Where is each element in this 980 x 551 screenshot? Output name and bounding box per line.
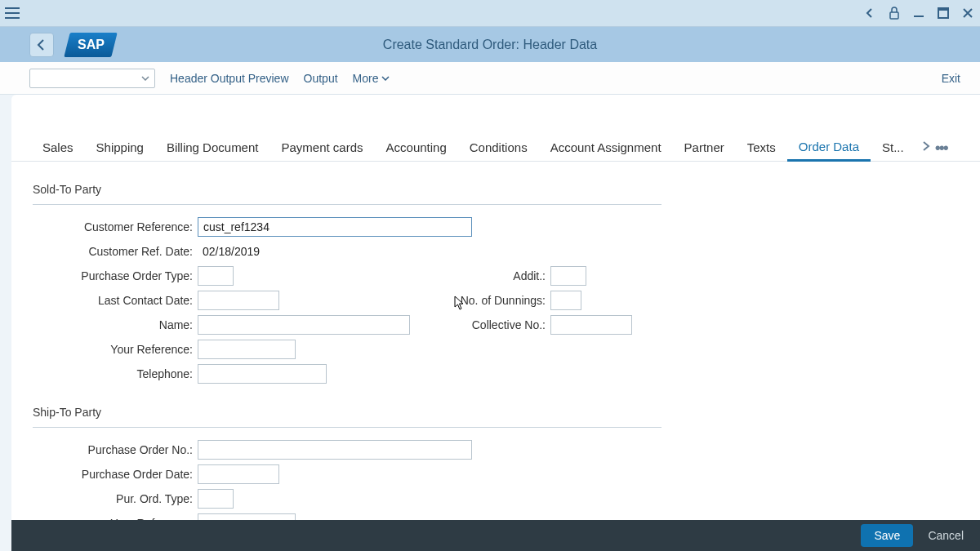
last-contact-date-input[interactable] — [198, 291, 279, 310]
telephone-input[interactable] — [198, 364, 327, 384]
output-link[interactable]: Output — [304, 72, 338, 85]
label-last-contact-date: Last Contact Date: — [11, 294, 198, 307]
divider — [33, 204, 662, 205]
svg-rect-2 — [5, 17, 20, 19]
pur-ord-type-input[interactable] — [198, 489, 234, 509]
svg-rect-1 — [5, 12, 20, 14]
tab-shipping[interactable]: Shipping — [85, 134, 155, 162]
maximize-icon[interactable] — [936, 6, 951, 20]
minimize-icon[interactable] — [911, 6, 926, 20]
purchase-order-date-input[interactable] — [198, 464, 279, 484]
more-menu[interactable]: More — [353, 72, 390, 85]
svg-rect-6 — [938, 8, 948, 11]
tab-overflow[interactable]: St... — [871, 134, 915, 162]
back-button[interactable] — [29, 33, 54, 57]
label-no-of-dunnings: No. of Dunnings: — [279, 294, 550, 307]
tab-conditions[interactable]: Conditions — [458, 134, 539, 162]
label-purchase-order-no: Purchase Order No.: — [11, 443, 198, 456]
document-dropdown[interactable] — [29, 69, 155, 88]
cancel-button[interactable]: Cancel — [918, 524, 973, 547]
chevron-down-icon — [381, 76, 390, 81]
collective-no-input[interactable] — [550, 315, 632, 335]
customer-ref-date-input[interactable] — [198, 242, 279, 261]
tab-account-assignment[interactable]: Account Assignment — [539, 134, 673, 162]
label-collective-no: Collective No.: — [410, 318, 550, 331]
svg-rect-3 — [890, 12, 898, 19]
label-telephone: Telephone: — [11, 367, 198, 380]
purchase-order-type-input[interactable] — [198, 266, 234, 286]
your-reference-2-input[interactable] — [198, 513, 296, 520]
label-customer-ref-date: Customer Ref. Date: — [11, 245, 198, 258]
purchase-order-no-input[interactable] — [198, 440, 472, 460]
page-title: Create Standard Order: Header Data — [383, 38, 597, 52]
label-customer-reference: Customer Reference: — [11, 220, 198, 233]
save-button[interactable]: Save — [861, 524, 913, 547]
label-addit: Addit.: — [234, 269, 550, 282]
label-purchase-order-date: Purchase Order Date: — [11, 468, 198, 481]
svg-rect-0 — [5, 7, 20, 9]
tab-texts[interactable]: Texts — [736, 134, 787, 162]
tab-partner[interactable]: Partner — [673, 134, 736, 162]
tab-order-data[interactable]: Order Data — [787, 134, 871, 162]
addit-input[interactable] — [550, 266, 586, 286]
tab-payment-cards[interactable]: Payment cards — [270, 134, 374, 162]
svg-rect-4 — [914, 16, 924, 17]
label-name: Name: — [11, 318, 198, 331]
tab-sales[interactable]: Sales — [31, 134, 85, 162]
label-pur-ord-type: Pur. Ord. Type: — [11, 492, 198, 505]
name-input[interactable] — [198, 315, 410, 335]
lock-icon[interactable] — [887, 6, 902, 20]
close-icon[interactable] — [960, 6, 975, 20]
header-output-preview-link[interactable]: Header Output Preview — [170, 72, 289, 85]
sap-logo: SAP — [64, 33, 117, 57]
tab-billing-document[interactable]: Billing Document — [155, 134, 270, 162]
chevron-down-icon — [141, 76, 149, 81]
chevron-left-icon[interactable] — [862, 6, 877, 20]
tabs-scroll-right-icon[interactable] — [922, 140, 930, 154]
section-ship-to-party: Ship-To Party — [11, 386, 980, 419]
your-reference-input[interactable] — [198, 340, 296, 359]
divider — [33, 427, 662, 428]
label-your-reference: Your Reference: — [11, 343, 198, 356]
tab-accounting[interactable]: Accounting — [375, 134, 458, 162]
exit-link[interactable]: Exit — [942, 72, 960, 85]
customer-reference-input[interactable] — [198, 217, 472, 237]
hamburger-menu-icon[interactable] — [5, 6, 20, 20]
section-sold-to-party: Sold-To Party — [11, 173, 980, 196]
label-purchase-order-type: Purchase Order Type: — [11, 269, 198, 282]
no-of-dunnings-input[interactable] — [550, 291, 581, 310]
